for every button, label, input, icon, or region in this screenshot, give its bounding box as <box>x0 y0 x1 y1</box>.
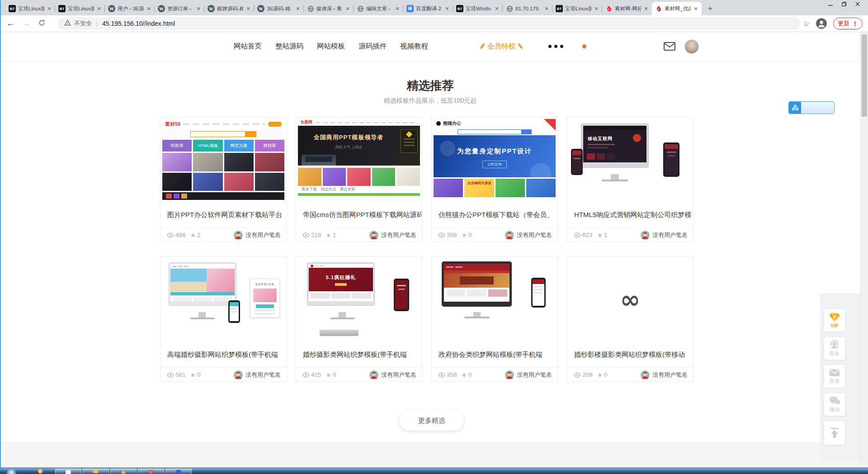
card-thumbnail: ∞ <box>567 257 693 342</box>
tab-close-icon[interactable] <box>345 6 350 12</box>
browser-profile-avatar[interactable] <box>816 18 827 29</box>
thumb-cat: 特效库 <box>162 140 192 152</box>
tab-close-icon[interactable] <box>47 6 52 12</box>
browser-tab[interactable]: 素材网-网站 <box>602 2 652 15</box>
nav-item-plugins[interactable]: 源码插件 <box>359 42 387 51</box>
card-title[interactable]: 仿熊猫办公PPT模板下载站（带会员、 <box>432 203 557 228</box>
browser-tab[interactable]: W 棋牌源码-精 <box>204 2 254 15</box>
tab-close-icon[interactable] <box>245 6 251 12</box>
browser-tab[interactable]: 媒体库 ‹ 素 <box>304 2 354 15</box>
template-card[interactable]: 熊猫办公 为您量身定制PPT设计 立即定制 企业福利大放送 仿熊猫办公PPT模板… <box>431 117 558 242</box>
tab-close-icon[interactable] <box>146 6 151 12</box>
author-avatar <box>369 231 378 240</box>
browser-tab[interactable]: BT 宝塔Linux面 <box>5 2 55 15</box>
taskbar-button[interactable] <box>138 469 164 474</box>
template-card[interactable]: 移动互联网 HTML5响应式营销网站定制公司织梦模 623 1 没有用户笔名 <box>567 117 693 242</box>
taskbar-button[interactable] <box>110 469 137 474</box>
chrome-update-button[interactable]: 更新 <box>833 18 863 29</box>
reload-icon[interactable] <box>38 19 46 28</box>
author-avatar <box>505 370 514 379</box>
nav-item-site-templates[interactable]: 网站模板 <box>317 42 345 51</box>
browser-tab-active[interactable]: 素材网_优品 <box>652 2 702 15</box>
tab-close-icon[interactable] <box>444 6 450 12</box>
notification-dot <box>582 44 586 48</box>
author-avatar <box>369 370 378 379</box>
author-name: 没有用户笔名 <box>517 371 552 379</box>
views-eye-icon <box>302 232 310 238</box>
restore-button[interactable] <box>837 0 851 8</box>
taskbar-button[interactable] <box>83 469 109 474</box>
browser-tab[interactable]: 译 百度翻译-2 <box>403 2 453 15</box>
author-avatar <box>234 370 243 379</box>
browser-tab[interactable]: BT 宝塔Linux面 <box>552 2 602 15</box>
vip-float-button[interactable]: VIP <box>824 308 845 332</box>
taskbar-button[interactable] <box>165 469 192 474</box>
tab-close-icon[interactable] <box>693 6 698 12</box>
start-orb[interactable] <box>6 469 16 474</box>
tab-close-icon[interactable] <box>544 6 549 12</box>
bookmark-star-icon[interactable] <box>803 19 810 28</box>
card-title[interactable]: 帝国cms仿当图网PPT模板下载网站源码 <box>296 203 422 228</box>
browser-tab[interactable]: W 用户 ‹ 3E源 <box>105 2 155 15</box>
card-title[interactable]: 婚纱摄影类网站织梦模板(带手机端 <box>296 342 422 368</box>
stars-count: 0 <box>468 371 472 378</box>
card-title[interactable]: 图片PPT办公软件网页素材下载站平台 <box>160 203 286 228</box>
close-button[interactable] <box>851 0 864 8</box>
quick-launch-icon[interactable] <box>38 469 42 474</box>
new-tab-button[interactable] <box>704 3 716 14</box>
browser-tab[interactable]: 编辑文章 ‹ <box>354 2 403 15</box>
nav-item-fullsite-source[interactable]: 整站源码 <box>275 42 303 51</box>
globe-icon <box>307 5 314 12</box>
browser-tab[interactable]: BT 宝塔Windo <box>453 2 503 15</box>
browser-tab-strip: BT 宝塔Linux面 BT 宝塔Linux面 W 用户 ‹ 3E源 W 资源订… <box>0 0 868 15</box>
feedback-button[interactable]: 反馈 <box>824 365 845 388</box>
page-scrollbar[interactable] <box>860 32 868 468</box>
back-icon[interactable] <box>6 19 15 28</box>
sucai-flame-icon <box>655 5 662 12</box>
tab-close-icon[interactable] <box>643 6 649 12</box>
scrollbar-thumb[interactable] <box>862 34 867 117</box>
card-title[interactable]: 婚纱影楼摄影类网站织梦模板(带移动 <box>567 342 693 368</box>
more-menu-dots-icon[interactable] <box>548 45 563 48</box>
wechat-button[interactable]: 微信 <box>824 393 845 416</box>
browser-tab[interactable]: BT 宝塔Linux面 <box>55 2 105 15</box>
card-stats: 358 0 没有用户笔名 <box>432 228 557 242</box>
browser-tab[interactable]: 81.70.179. <box>503 2 552 15</box>
more-featured-button[interactable]: 更多精选 <box>400 411 464 431</box>
download-helper-badge[interactable] <box>788 101 835 114</box>
tab-close-icon[interactable] <box>494 6 500 12</box>
browser-tab[interactable]: W 3E源码-精 <box>254 2 304 15</box>
template-card[interactable]: 当图网 全国商用PPT模板领导者 高端 大气 上档次 最多下载 精选作品 最近更… <box>296 117 422 242</box>
thumb-screen-text: 移动互联网 <box>588 136 613 142</box>
template-card[interactable]: 5.1疯狂婚礼 婚纱摄影类网站织梦模板(带手机端 425 0 没有用户笔名 <box>296 256 422 382</box>
tab-title: 宝塔Linux面 <box>68 5 94 12</box>
browser-tab[interactable]: W 资源订单 ‹ <box>155 2 204 15</box>
views-count: 358 <box>447 232 457 238</box>
menu-dots-icon[interactable] <box>852 20 858 27</box>
card-title[interactable]: HTML5响应式营销网站定制公司织梦模 <box>567 203 693 228</box>
tab-close-icon[interactable] <box>295 6 301 12</box>
card-title[interactable]: 高端婚纱摄影网站织梦模板(带手机端 <box>160 342 286 368</box>
template-card[interactable]: 政府协会类织梦网站模板(带手机端 358 0 没有用户笔名 <box>431 256 558 382</box>
template-card[interactable]: SOFEIYA 高端婚纱摄影网站织梦模板(带手机端 581 0 没有用户笔名 <box>160 256 287 382</box>
user-avatar[interactable] <box>684 39 699 54</box>
card-stats: 358 0 没有用户笔名 <box>432 368 557 382</box>
back-to-top-button[interactable] <box>824 421 845 445</box>
card-title[interactable]: 政府协会类织梦网站模板(带手机端 <box>432 342 557 368</box>
mail-icon[interactable] <box>664 42 675 52</box>
nav-item-vip[interactable]: 会员特权 <box>480 42 523 51</box>
tab-close-icon[interactable] <box>196 6 201 12</box>
nav-item-video-tutorials[interactable]: 视频教程 <box>400 42 428 51</box>
nav-item-home[interactable]: 网站首页 <box>234 42 262 51</box>
customer-service-button[interactable]: 客服 <box>824 337 845 360</box>
tab-close-icon[interactable] <box>594 6 599 12</box>
minimize-button[interactable] <box>824 0 837 8</box>
template-card[interactable]: 素材58 特效库 HTML模板 网页元素 教程库 图片PPT办公软件网页素材下载… <box>160 117 287 242</box>
template-card[interactable]: ∞ 婚纱影楼摄影类网站织梦模板(带移动 209 0 没有用户笔名 <box>567 256 693 382</box>
url-field[interactable]: 不安全 45.195.156.10//index.html <box>58 17 800 30</box>
taskbar-button[interactable] <box>55 469 81 474</box>
tab-close-icon[interactable] <box>96 6 102 12</box>
views-count: 209 <box>582 371 593 378</box>
tab-close-icon[interactable] <box>395 6 400 12</box>
forward-icon[interactable] <box>22 19 31 28</box>
